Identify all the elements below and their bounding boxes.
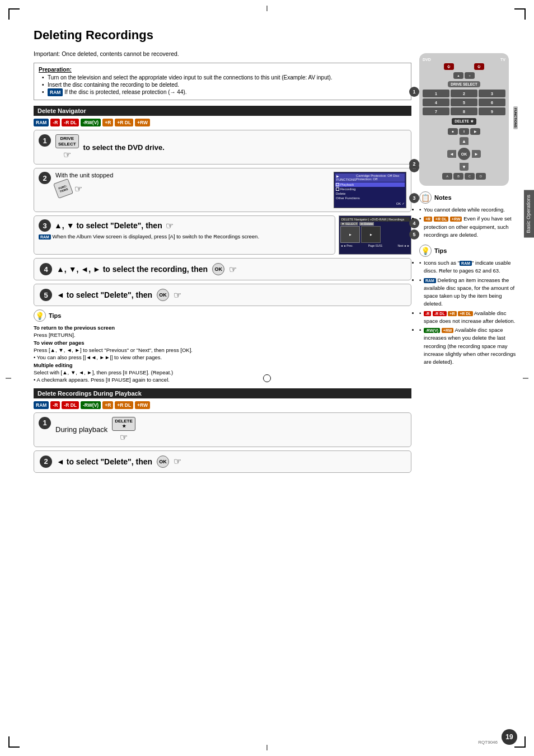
remote-vol-up[interactable]: + — [465, 72, 475, 79]
screen-other: Other Functions — [335, 196, 405, 200]
remote-dvd-tv: DVD TV — [423, 58, 505, 62]
remote-arrow-down[interactable]: ▼ — [460, 163, 469, 171]
remote-misc-row: ▲ + — [423, 72, 505, 79]
screen-playback-text: Playback — [340, 183, 354, 186]
remote-arrow-cluster: ▲ ▼ ◄ ► OK — [447, 137, 481, 171]
remote-drive-select[interactable]: DRIVE SELECT — [448, 81, 480, 87]
prep-title: Preparation: — [39, 67, 406, 73]
pb-badge-plusr: +R — [102, 401, 113, 409]
remote-b[interactable]: B — [453, 173, 463, 180]
page-container: Basic Operations Deleting Recordings Imp… — [0, 0, 534, 756]
important-notice: Important: Once deleted, contents cannot… — [34, 50, 411, 57]
remote-btn-6[interactable]: 6 — [479, 98, 505, 106]
tab-delete: m Delete — [359, 222, 374, 226]
remote-btn-9[interactable]: 9 — [479, 107, 505, 115]
remote-tv-power[interactable]: ⏻ — [474, 63, 484, 70]
step-3-sub-text: When the Album View screen is displayed,… — [53, 233, 259, 240]
playback-step-1-number: 1 — [39, 417, 51, 429]
badge-plusr: +R — [102, 119, 113, 126]
right-tips-content: Icons such as "RAM" indicate usable disc… — [419, 259, 517, 366]
remote-arrow-right[interactable]: ► — [472, 150, 481, 158]
crosshair-right — [523, 378, 528, 378]
remote-btn-5[interactable]: 5 — [451, 98, 477, 106]
remote-btn-8[interactable]: 8 — [451, 107, 477, 115]
tip-2: To view other pages Press [▲, ▼, ◄, ►] t… — [34, 339, 411, 361]
step-3-main: ▲, ▼ to select "Delete", then — [54, 221, 162, 230]
remote-play[interactable]: ▶ — [470, 128, 480, 135]
note2-badge-plusrdl: +R DL — [434, 217, 448, 222]
ram-badge: RAM — [48, 88, 63, 96]
remote-dvd-power[interactable]: ⏻ — [444, 63, 454, 70]
remote-ch-up[interactable]: ▲ — [453, 72, 463, 79]
drive-select-icon: DRIVESELECT ☞ — [55, 134, 79, 160]
screen-ok: OK ✓ — [335, 201, 405, 205]
playback-badges: RAM -R -R DL -RW(V) +R +R DL +RW — [34, 401, 411, 409]
prep-item-3: RAM If the disc is protected, release pr… — [42, 89, 406, 95]
step3-footer: ◄◄ Prev. Page 01/01 Next ►► — [340, 244, 410, 247]
remote-transport: ■ II ▶ — [423, 128, 505, 135]
remote-delete-btn[interactable]: DELETE ★ — [452, 118, 476, 125]
tips-box: 💡 Tips To return to the previous screen … — [34, 309, 411, 383]
remote-a[interactable]: A — [442, 173, 452, 180]
remote-arrow-left[interactable]: ◄ — [447, 150, 456, 158]
prep-item-1: Turn on the television and select the ap… — [42, 74, 406, 81]
screen-other-text: Other Functions — [336, 196, 360, 200]
remote-btn-2[interactable]: 2 — [451, 90, 477, 97]
notes-content: You cannot delete while recording. +R +R… — [419, 206, 517, 239]
remote-d[interactable]: D — [476, 173, 486, 180]
footer-next: Next ►► — [397, 244, 410, 247]
remote-btn-7[interactable]: 7 — [423, 107, 449, 115]
tip-1-title: To return to the previous screen — [34, 325, 115, 331]
functions-side-label: FUNCTIONS — [513, 106, 518, 129]
step-3-inner: 3 ▲, ▼ to select "Delete", then ☞ RAM Wh… — [34, 215, 411, 255]
remote-marker-3: 3 — [409, 193, 419, 203]
playback-step-2-box: 2 ◄ to select "Delete", then OK ☞ — [34, 450, 411, 473]
remote-btn-1[interactable]: 1 — [423, 90, 449, 97]
footer-page: Page 01/01 — [368, 244, 383, 247]
remote-power-area: ⏻ ⏻ — [423, 63, 505, 70]
remote-c[interactable]: C — [465, 173, 475, 180]
playback-step-1-box: 1 During playback DELETE★ ☞ — [34, 412, 411, 447]
delete-btn-row: DELETE ★ — [423, 117, 505, 126]
screen-delete-text: Delete — [336, 192, 345, 195]
step-2-text: With the unit stopped — [55, 172, 329, 179]
screen-title: ▶ FUNCTIONS — [336, 174, 356, 181]
badge-ram: RAM — [34, 119, 49, 126]
right-tips-title: Tips — [434, 247, 447, 254]
step-1-number: 1 — [39, 134, 51, 147]
hand-icon-pb1: ☞ — [112, 432, 135, 443]
pb-badge-r: -R — [50, 401, 60, 409]
functions-icon: FUNC-TIONS — [53, 179, 73, 199]
remote-btn-4[interactable]: 4 — [423, 98, 449, 106]
step3-thumb-area: ▶ ▶ — [340, 226, 410, 243]
screen-header: ▶ FUNCTIONS Cartridge Protective: Off Di… — [335, 173, 405, 182]
remote-numpad: 1 2 3 4 5 6 7 8 9 — [423, 90, 505, 115]
remote-tv-label: TV — [500, 58, 505, 62]
remote-ok[interactable]: OK — [458, 148, 470, 160]
footer-prev: ◄◄ Prev. — [340, 244, 353, 247]
hand-icon-3: ☞ — [166, 220, 174, 231]
step-3-sub: RAM When the Album View screen is displa… — [39, 233, 330, 240]
hand-icon-pb2: ☞ — [174, 456, 181, 467]
pb-badge-plusrdl: +R DL — [115, 401, 133, 409]
right-tip-1: Icons such as "RAM" indicate usable disc… — [419, 259, 517, 275]
prep-item-3-text: If the disc is protected, release protec… — [64, 89, 186, 95]
pb-badge-rwv: -RW(V) — [81, 401, 101, 409]
step-1-text: to select the DVD drive. — [83, 143, 406, 152]
hand-icon-2: ☞ — [74, 184, 82, 194]
delete-btn-icon: DELETE★ ☞ — [112, 417, 135, 443]
recording-checkbox — [336, 187, 339, 191]
remote-btn-3[interactable]: 3 — [479, 90, 505, 97]
tip-3-text: Select with [▲, ▼, ◄, ►], then press [II… — [34, 369, 173, 383]
tips-icon: 💡 — [34, 309, 46, 322]
remote-pause[interactable]: II — [459, 128, 469, 135]
pb-badge-rdl: -R DL — [62, 401, 79, 409]
rtip1-badge: RAM — [460, 261, 472, 266]
remote-arrow-up[interactable]: ▲ — [460, 137, 469, 145]
playback-step-2-number: 2 — [40, 456, 52, 468]
note-1: You cannot delete while recording. — [419, 206, 517, 214]
rtip2-text: Deleting an item increases the available… — [424, 277, 514, 307]
note2-badge-plusr: +R — [424, 217, 432, 222]
remote-stop[interactable]: ■ — [448, 128, 458, 135]
playback-step-1-text: During playback — [55, 425, 107, 434]
